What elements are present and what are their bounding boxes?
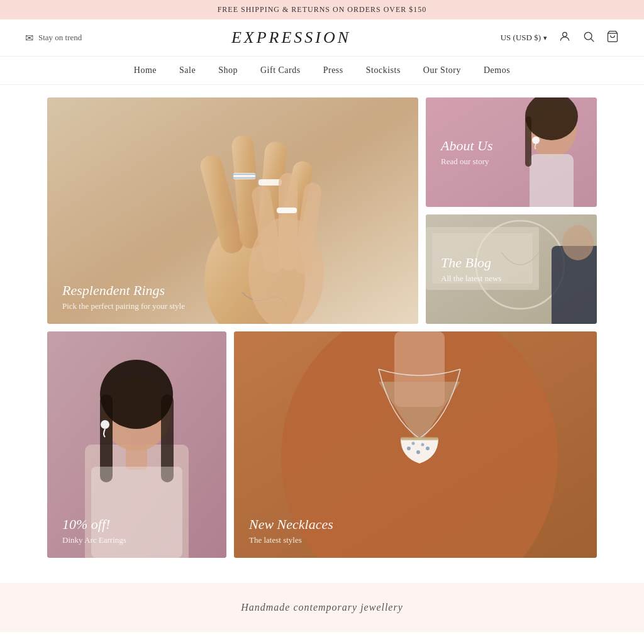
rings-subtitle: Pick the perfect pairing for your style — [62, 301, 403, 311]
nav-item-giftcards[interactable]: Gift Cards — [260, 65, 301, 75]
earrings-card-label: 10% off! Dinky Arc Earrings — [47, 504, 226, 558]
svg-line-2 — [591, 39, 594, 42]
currency-selector[interactable]: US (USD $) — [501, 33, 547, 43]
nav-item-stockists[interactable]: Stockists — [366, 65, 401, 75]
newsletter-area[interactable]: Stay on trend — [25, 32, 82, 44]
necklaces-subtitle: The latest styles — [249, 535, 582, 545]
about-card[interactable]: About Us Read our story — [426, 97, 597, 207]
announcement-bar: FREE SHIPPING & RETURNS ON ORDERS OVER $… — [0, 0, 644, 19]
earrings-badge: 10% off! — [62, 516, 211, 533]
necklaces-title: New Necklaces — [249, 516, 582, 533]
svg-rect-36 — [126, 445, 147, 470]
svg-point-44 — [407, 447, 411, 450]
blog-subtitle: All the latest news — [441, 274, 582, 284]
newsletter-label: Stay on trend — [38, 33, 82, 43]
about-card-label: About Us Read our story — [426, 97, 597, 207]
header: Stay on trend EXPRESSION US (USD $) — [0, 19, 644, 57]
main-content: Resplendent Rings Pick the perfect pairi… — [0, 85, 644, 570]
nav-item-shop[interactable]: Shop — [218, 65, 238, 75]
blog-title: The Blog — [441, 255, 582, 271]
svg-point-48 — [421, 443, 425, 447]
necklaces-card[interactable]: New Necklaces The latest styles — [234, 331, 597, 558]
svg-point-47 — [412, 442, 415, 445]
svg-point-0 — [563, 32, 567, 36]
nav-item-demos[interactable]: Demos — [484, 65, 510, 75]
footer-tagline-text: Handmade contemporary jewellery — [241, 602, 403, 613]
svg-point-46 — [426, 447, 430, 450]
svg-rect-43 — [401, 437, 438, 440]
svg-point-1 — [584, 32, 592, 40]
bag-icon[interactable] — [606, 30, 619, 45]
envelope-icon — [25, 32, 33, 44]
nav-item-home[interactable]: Home — [134, 65, 157, 75]
blog-card[interactable]: The Blog All the latest news — [426, 214, 597, 324]
nav-item-press[interactable]: Press — [323, 65, 343, 75]
main-nav: Home Sale Shop Gift Cards Press Stockist… — [0, 57, 644, 85]
rings-card-label: Resplendent Rings Pick the perfect pairi… — [47, 270, 418, 324]
earrings-card[interactable]: 10% off! Dinky Arc Earrings — [47, 331, 226, 558]
rings-card[interactable]: Resplendent Rings Pick the perfect pairi… — [47, 97, 418, 324]
about-title: About Us — [441, 138, 582, 154]
svg-rect-42 — [394, 331, 445, 407]
svg-rect-15 — [279, 173, 297, 270]
blog-card-label: The Blog All the latest news — [426, 214, 597, 324]
announcement-text: FREE SHIPPING & RETURNS ON ORDERS OVER $… — [218, 5, 427, 14]
right-column: About Us Read our story — [426, 97, 597, 324]
header-right: US (USD $) — [501, 30, 619, 45]
bottom-row: 10% off! Dinky Arc Earrings — [47, 331, 597, 558]
user-icon[interactable] — [558, 30, 571, 45]
svg-point-45 — [416, 450, 420, 454]
svg-point-37 — [101, 420, 109, 429]
about-subtitle: Read our story — [441, 157, 582, 167]
svg-rect-17 — [277, 208, 297, 213]
svg-rect-12 — [258, 179, 282, 186]
search-icon[interactable] — [582, 30, 595, 45]
rings-title: Resplendent Rings — [62, 282, 403, 299]
nav-item-sale[interactable]: Sale — [179, 65, 196, 75]
top-row: Resplendent Rings Pick the perfect pairi… — [47, 97, 597, 324]
site-logo[interactable]: EXPRESSION — [231, 28, 351, 47]
footer-tagline-area: Handmade contemporary jewellery — [0, 583, 644, 632]
necklaces-card-label: New Necklaces The latest styles — [234, 504, 597, 558]
nav-item-ourstory[interactable]: Our Story — [423, 65, 461, 75]
earrings-title: Dinky Arc Earrings — [62, 535, 211, 545]
